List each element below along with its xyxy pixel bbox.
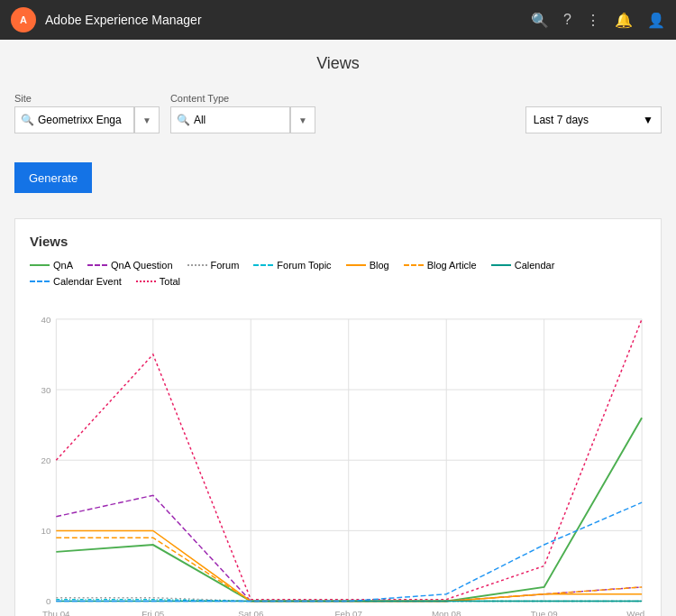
svg-text:0: 0 <box>46 596 51 606</box>
legend-forum-line <box>187 264 207 266</box>
legend-calendar-event-line <box>30 280 50 282</box>
date-range-value: Last 7 days <box>534 114 589 126</box>
content-type-input-wrap: 🔍 <box>170 106 290 133</box>
site-input-wrap: 🔍 <box>14 106 134 133</box>
legend-qna-label: QnA <box>53 260 73 271</box>
legend-forum-label: Forum <box>211 260 240 271</box>
legend-calendar-label: Calendar <box>515 260 555 271</box>
svg-text:Fri 05: Fri 05 <box>142 609 165 616</box>
page-title: Views <box>0 40 676 84</box>
legend-qna-question-label: QnA Question <box>111 260 173 271</box>
site-filter-group: Site 🔍 ▼ <box>14 93 160 133</box>
topnav-icons: 🔍 ? ⋮ 🔔 👤 <box>531 12 665 29</box>
legend-forum-topic-line <box>253 264 273 266</box>
legend-calendar: Calendar <box>491 260 555 271</box>
legend-forum-topic-label: Forum Topic <box>277 260 331 271</box>
legend-calendar-event-label: Calendar Event <box>53 276 122 287</box>
legend-total-line <box>136 280 156 282</box>
chart-card: Views QnA QnA Question Forum Forum Topic <box>14 218 662 616</box>
topnav: A Adobe Experience Manager 🔍 ? ⋮ 🔔 👤 <box>0 0 676 40</box>
svg-text:Sat 06: Sat 06 <box>238 609 263 616</box>
svg-text:20: 20 <box>41 455 51 465</box>
date-range-group: Last 7 days ▼ <box>525 91 662 133</box>
svg-text:40: 40 <box>41 315 51 325</box>
legend-total-label: Total <box>160 276 180 287</box>
site-input[interactable] <box>38 114 128 126</box>
legend-calendar-event: Calendar Event <box>30 276 122 287</box>
chart-svg: 40 30 20 10 0 Thu 04 Fri 05 Sat 06 Feb 0… <box>30 298 646 616</box>
site-label: Site <box>14 93 160 104</box>
app-title: Adobe Experience Manager <box>45 13 531 27</box>
filter-bar: Site 🔍 ▼ Content Type 🔍 ▼ <box>0 84 676 148</box>
site-dropdown-btn[interactable]: ▼ <box>134 106 160 133</box>
svg-text:Thu 04: Thu 04 <box>42 609 70 616</box>
svg-text:Wed 10: Wed 10 <box>626 609 646 616</box>
legend-forum: Forum <box>187 260 240 271</box>
svg-text:Mon 08: Mon 08 <box>432 609 461 616</box>
content-type-search-icon: 🔍 <box>177 114 190 126</box>
content-type-label: Content Type <box>170 93 315 104</box>
svg-text:30: 30 <box>41 385 51 395</box>
chart-area: 40 30 20 10 0 Thu 04 Fri 05 Sat 06 Feb 0… <box>30 298 646 616</box>
bell-icon[interactable]: 🔔 <box>615 12 633 29</box>
content-type-filter-group: Content Type 🔍 ▼ <box>170 93 315 133</box>
user-icon[interactable]: 👤 <box>647 12 665 29</box>
legend-blog: Blog <box>346 260 389 271</box>
generate-button[interactable]: Generate <box>14 162 92 193</box>
logo-text: A <box>20 14 27 25</box>
legend-blog-label: Blog <box>370 260 389 271</box>
chart-title: Views <box>30 234 646 249</box>
content-type-dropdown-btn[interactable]: ▼ <box>290 106 315 133</box>
date-range-btn[interactable]: Last 7 days ▼ <box>525 106 662 133</box>
legend-blog-line <box>346 264 366 266</box>
legend-blog-article-line <box>404 264 424 266</box>
site-search-icon: 🔍 <box>21 114 34 126</box>
legend-forum-topic: Forum Topic <box>253 260 331 271</box>
grid-icon[interactable]: ⋮ <box>586 12 600 29</box>
svg-text:10: 10 <box>41 526 51 536</box>
help-icon[interactable]: ? <box>563 12 571 28</box>
search-icon[interactable]: 🔍 <box>531 12 549 29</box>
generate-btn-wrap: Generate <box>0 148 676 207</box>
content-type-chevron-icon: ▼ <box>298 115 307 125</box>
legend-qna-question-line <box>87 264 107 266</box>
site-chevron-icon: ▼ <box>142 115 151 125</box>
date-range-chevron-icon: ▼ <box>643 114 653 126</box>
page-content: Views Site 🔍 ▼ Content Type 🔍 <box>0 40 676 616</box>
content-type-input[interactable] <box>194 114 284 126</box>
legend-calendar-line <box>491 264 511 266</box>
legend-qna-line <box>30 264 50 266</box>
chart-legend: QnA QnA Question Forum Forum Topic Blog … <box>30 260 646 287</box>
legend-qna: QnA <box>30 260 73 271</box>
legend-blog-article-label: Blog Article <box>427 260 477 271</box>
svg-text:Tue 09: Tue 09 <box>531 609 558 616</box>
logo: A <box>11 7 36 32</box>
legend-total: Total <box>136 276 180 287</box>
legend-qna-question: QnA Question <box>87 260 173 271</box>
legend-blog-article: Blog Article <box>404 260 477 271</box>
svg-text:Feb 07: Feb 07 <box>335 609 362 616</box>
